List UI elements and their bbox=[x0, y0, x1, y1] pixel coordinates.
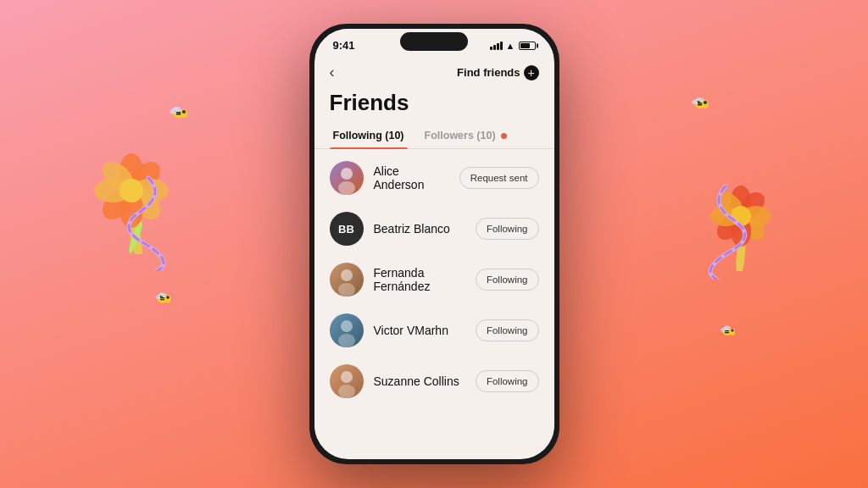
svg-point-21 bbox=[173, 109, 185, 118]
svg-point-55 bbox=[341, 168, 353, 180]
find-friends-label: Find friends bbox=[457, 66, 520, 79]
page-title: Friends bbox=[314, 86, 554, 125]
request-sent-button[interactable]: Request sent bbox=[459, 167, 539, 189]
avatar bbox=[330, 313, 364, 347]
svg-point-6 bbox=[120, 191, 143, 228]
status-icons: ▲ bbox=[490, 41, 535, 51]
following-button[interactable]: Following bbox=[476, 319, 539, 341]
svg-point-4 bbox=[131, 179, 169, 202]
svg-point-15 bbox=[734, 209, 770, 245]
following-button[interactable]: Following bbox=[476, 269, 539, 291]
svg-point-31 bbox=[155, 293, 164, 300]
svg-point-12 bbox=[731, 186, 751, 216]
flower-left-icon bbox=[85, 136, 186, 254]
friend-name: Fernanda Fernández bbox=[374, 266, 465, 293]
svg-rect-51 bbox=[725, 330, 729, 331]
svg-point-44 bbox=[702, 100, 709, 108]
svg-point-61 bbox=[341, 371, 353, 383]
svg-point-54 bbox=[731, 329, 733, 331]
svg-point-2 bbox=[120, 153, 143, 191]
bee-bottomright-icon bbox=[718, 322, 737, 339]
wifi-icon: ▲ bbox=[506, 41, 515, 51]
svg-point-24 bbox=[169, 107, 178, 114]
svg-point-13 bbox=[734, 187, 770, 223]
battery-icon bbox=[519, 42, 536, 50]
dynamic-island bbox=[400, 32, 468, 51]
svg-point-41 bbox=[695, 97, 704, 103]
following-button[interactable]: Following bbox=[476, 218, 539, 240]
svg-point-32 bbox=[159, 291, 167, 297]
svg-rect-52 bbox=[725, 332, 729, 333]
svg-point-29 bbox=[182, 110, 186, 114]
find-friends-plus-icon: + bbox=[524, 65, 539, 80]
status-time: 9:41 bbox=[333, 39, 355, 52]
signal-icon bbox=[490, 42, 503, 50]
svg-point-0 bbox=[126, 211, 145, 254]
svg-rect-27 bbox=[176, 114, 181, 115]
list-item: BB Beatriz Blanco Following bbox=[314, 203, 554, 254]
friend-name: Suzanne Collins bbox=[374, 374, 465, 388]
svg-point-14 bbox=[741, 206, 771, 226]
avatar-initials: BB bbox=[338, 223, 354, 236]
back-button[interactable]: ‹ bbox=[330, 64, 335, 81]
avatar bbox=[330, 161, 364, 195]
find-friends-button[interactable]: Find friends + bbox=[457, 65, 538, 80]
svg-line-46 bbox=[698, 101, 698, 103]
svg-point-20 bbox=[731, 206, 751, 226]
nav-bar: ‹ Find friends + bbox=[314, 55, 554, 86]
svg-rect-26 bbox=[176, 112, 181, 114]
svg-rect-33 bbox=[160, 297, 164, 298]
svg-point-56 bbox=[338, 181, 355, 195]
svg-point-25 bbox=[172, 106, 181, 113]
flower-right-icon bbox=[698, 169, 783, 271]
svg-rect-43 bbox=[698, 104, 703, 105]
svg-rect-42 bbox=[698, 103, 703, 103]
following-button[interactable]: Following bbox=[476, 370, 539, 392]
friend-name: Victor VMarhn bbox=[374, 324, 465, 337]
svg-point-1 bbox=[126, 220, 144, 254]
list-item: Victor VMarhn Following bbox=[314, 305, 554, 356]
phone-device: 9:41 ▲ ‹ Find friends + Friends bbox=[309, 24, 559, 464]
list-item: Fernanda Fernández Following bbox=[314, 254, 554, 305]
svg-point-45 bbox=[704, 101, 707, 104]
svg-point-8 bbox=[94, 179, 131, 202]
battery-fill bbox=[520, 43, 530, 48]
svg-point-39 bbox=[695, 100, 706, 108]
tab-followers[interactable]: Followers (10) bbox=[421, 125, 511, 148]
svg-line-37 bbox=[160, 296, 161, 297]
list-item: Suzanne Collins Following bbox=[314, 356, 554, 407]
avatar bbox=[330, 263, 364, 297]
svg-point-58 bbox=[338, 283, 355, 297]
bee-topleft-icon bbox=[165, 102, 189, 122]
friends-list: Alice Anderson Request sent BB Beatriz B… bbox=[314, 149, 554, 459]
svg-point-28 bbox=[181, 109, 187, 118]
svg-point-50 bbox=[723, 325, 731, 331]
svg-point-11 bbox=[735, 230, 748, 271]
svg-point-16 bbox=[731, 216, 751, 247]
svg-rect-34 bbox=[160, 299, 164, 300]
svg-point-62 bbox=[338, 385, 355, 398]
svg-point-7 bbox=[97, 182, 140, 225]
svg-point-48 bbox=[723, 329, 732, 336]
svg-point-35 bbox=[165, 296, 171, 303]
bee-topright-icon bbox=[689, 93, 711, 112]
svg-point-3 bbox=[123, 156, 166, 199]
straw-right-icon bbox=[700, 178, 751, 280]
svg-point-30 bbox=[158, 296, 168, 303]
bee-bottomleft-icon bbox=[153, 288, 173, 307]
friend-name: Alice Anderson bbox=[374, 164, 449, 191]
svg-point-57 bbox=[341, 269, 353, 281]
svg-point-59 bbox=[341, 320, 353, 332]
straw-left-icon bbox=[123, 169, 174, 271]
list-item: Alice Anderson Request sent bbox=[314, 152, 554, 203]
svg-point-40 bbox=[691, 98, 700, 105]
tab-following[interactable]: Following (10) bbox=[330, 125, 408, 148]
svg-point-60 bbox=[338, 334, 355, 347]
phone-screen: 9:41 ▲ ‹ Find friends + Friends bbox=[314, 29, 554, 459]
svg-point-49 bbox=[720, 327, 727, 333]
svg-point-53 bbox=[730, 329, 735, 336]
svg-point-36 bbox=[166, 296, 170, 299]
avatar: BB bbox=[330, 212, 364, 246]
svg-point-18 bbox=[710, 206, 741, 226]
svg-point-10 bbox=[120, 179, 143, 202]
